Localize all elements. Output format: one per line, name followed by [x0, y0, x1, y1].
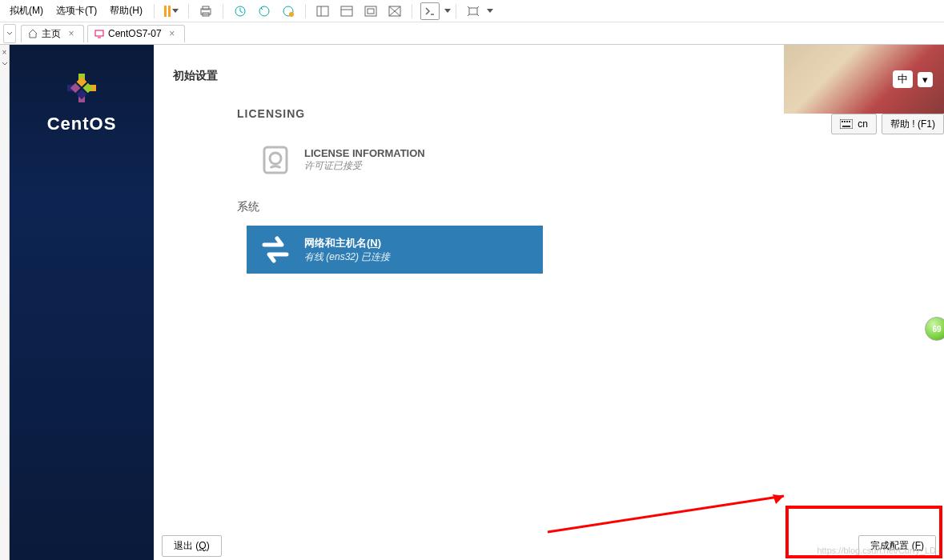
chevron-down-icon	[2, 61, 8, 67]
watermark: https://blog.csdn.net/Curry_LD	[817, 546, 936, 555]
svg-rect-12	[368, 9, 374, 14]
snapshot-manager-button[interactable]	[279, 2, 297, 20]
network-title: 网络和主机名(N)	[304, 236, 390, 250]
console-icon	[424, 6, 436, 16]
sidebar-toggle[interactable]	[3, 24, 16, 43]
printer-icon	[199, 6, 212, 17]
menu-tabs[interactable]: 选项卡(T)	[50, 1, 103, 21]
network-icon	[258, 232, 293, 267]
system-header: 系统	[237, 200, 912, 214]
menu-vm[interactable]: 拟机(M)	[3, 1, 50, 21]
send-ctrl-alt-del-button[interactable]	[197, 2, 215, 20]
page-title: 初始设置	[173, 69, 912, 83]
separator	[154, 4, 155, 18]
chevron-down-icon	[487, 9, 493, 13]
centos-brand-label: CentOS	[47, 114, 117, 134]
pause-button[interactable]	[163, 2, 180, 20]
tab-vm-label: CentOS7-07	[108, 28, 162, 39]
svg-rect-24	[70, 83, 81, 94]
svg-point-32	[270, 153, 281, 164]
menubar: 拟机(M) 选项卡(T) 帮助(H)	[0, 0, 944, 22]
separator	[223, 4, 223, 18]
license-text: LICENSE INFORMATION 许可证已接受	[304, 147, 425, 173]
handle-icon	[6, 30, 14, 38]
svg-rect-11	[365, 6, 376, 16]
centos-sidebar: CentOS	[10, 45, 154, 560]
view-single-button[interactable]	[338, 2, 356, 20]
clock-back-icon	[258, 5, 271, 18]
svg-rect-9	[341, 6, 352, 16]
snapshot-revert-button[interactable]	[255, 2, 273, 20]
svg-rect-23	[77, 89, 87, 99]
pause-icon	[164, 6, 171, 17]
unity-icon	[388, 6, 401, 17]
svg-point-6	[289, 12, 294, 17]
fullscreen-icon	[364, 6, 377, 17]
svg-rect-7	[317, 6, 328, 16]
vm-area: × CentOS 中 ▾	[0, 45, 944, 560]
console-button[interactable]	[420, 2, 440, 20]
accelerator-badge[interactable]: 69	[925, 317, 944, 341]
home-icon	[28, 29, 38, 38]
license-status: 许可证已接受	[304, 159, 425, 173]
vm-screen: CentOS 中 ▾ cn 帮助 ! (F1) 初始设置 LICENSING	[10, 45, 944, 560]
close-panel-icon[interactable]: ×	[2, 48, 7, 57]
tab-strip: 主页 × CentOS7-07 ×	[0, 22, 944, 45]
stretch-button[interactable]	[464, 2, 482, 20]
svg-rect-14	[469, 8, 477, 14]
centos-logo-icon	[62, 69, 101, 107]
menu-help[interactable]: 帮助(H)	[103, 1, 149, 21]
separator	[456, 4, 456, 18]
chevron-down-icon	[172, 9, 179, 13]
license-spoke[interactable]: LICENSE INFORMATION 许可证已接受	[247, 136, 543, 184]
tab-home-label: 主页	[42, 27, 61, 41]
view-unity-button[interactable]	[386, 2, 404, 20]
single-view-icon	[340, 6, 353, 17]
panel-handle[interactable]: ×	[0, 45, 10, 560]
license-title: LICENSE INFORMATION	[304, 147, 425, 159]
svg-rect-21	[77, 77, 87, 87]
network-status: 有线 (ens32) 已连接	[304, 250, 390, 264]
view-fullscreen-button[interactable]	[362, 2, 380, 20]
separator	[188, 4, 189, 18]
quit-button[interactable]: 退出 (Q)	[162, 535, 222, 557]
tab-home[interactable]: 主页 ×	[21, 25, 84, 42]
separator	[305, 4, 306, 18]
monitor-icon	[94, 29, 104, 38]
svg-rect-15	[95, 30, 103, 36]
licensing-header: LICENSING	[237, 107, 912, 120]
network-spoke[interactable]: 网络和主机名(N) 有线 (ens32) 已连接	[247, 226, 543, 274]
network-text: 网络和主机名(N) 有线 (ens32) 已连接	[304, 236, 390, 264]
license-icon	[258, 142, 293, 178]
view-split-button[interactable]	[314, 2, 331, 20]
chevron-down-icon	[444, 9, 451, 13]
close-icon[interactable]: ×	[66, 28, 77, 39]
tab-vm[interactable]: CentOS7-07 ×	[87, 25, 185, 42]
installer-body: 初始设置 LICENSING LICENSE INFORMATION 许可证已接…	[154, 45, 944, 531]
split-view-icon	[316, 6, 329, 17]
svg-rect-22	[82, 83, 93, 94]
clock-icon	[234, 5, 247, 18]
svg-rect-31	[264, 147, 287, 173]
separator	[412, 4, 412, 18]
clock-settings-icon	[282, 5, 295, 18]
close-icon[interactable]: ×	[167, 28, 178, 39]
snapshot-button[interactable]	[231, 2, 249, 20]
stretch-icon	[467, 6, 480, 17]
